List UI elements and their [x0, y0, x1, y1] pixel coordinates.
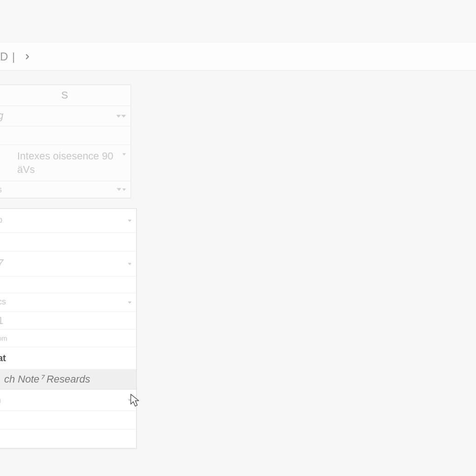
- cell-intexes-text: Intexes oisesence 90 äVs: [17, 150, 126, 176]
- row-label-10: ): [0, 394, 1, 406]
- cell-row-0[interactable]: g: [0, 106, 131, 126]
- dropdown-caret-icon[interactable]: [128, 219, 132, 222]
- cell-row-5[interactable]: cs: [0, 293, 136, 312]
- row-label-5: cs: [0, 297, 6, 307]
- cell-row-2[interactable]: s: [0, 181, 131, 198]
- chevron-right-icon: [23, 53, 32, 61]
- hover-row-research-note[interactable]: ch Note⁷ Researds: [0, 370, 136, 390]
- dropdown-caret-icon[interactable]: [122, 188, 126, 191]
- dropdown-caret-icon[interactable]: [128, 301, 132, 304]
- breadcrumb-next-button[interactable]: [21, 50, 34, 63]
- cell-row-8[interactable]: at: [0, 347, 136, 370]
- cell-row-10[interactable]: ): [0, 390, 136, 411]
- dropdown-caret-icon[interactable]: [121, 115, 126, 118]
- cell-intexes[interactable]: Intexes oisesence 90 äVs: [0, 145, 131, 181]
- cell-row-spacer-a[interactable]: [0, 233, 136, 251]
- row-label-7: om: [0, 334, 7, 342]
- row-label-8: at: [0, 353, 6, 364]
- column-header[interactable]: S: [0, 85, 131, 106]
- left-panel-overlay: p 7 cs 1 om at ch Note⁷ Researds ): [0, 208, 137, 449]
- cell-row-1[interactable]: [0, 126, 131, 145]
- row-label-2: s: [0, 185, 2, 195]
- cell-row-7[interactable]: om: [0, 330, 136, 347]
- cell-row-11[interactable]: [0, 411, 136, 430]
- dropdown-caret-icon[interactable]: [128, 263, 132, 265]
- breadcrumb-fragment: D |: [0, 50, 15, 63]
- cell-row-4[interactable]: 7: [0, 251, 136, 277]
- top-header-spacer: [0, 0, 476, 43]
- column-header-label: S: [61, 89, 68, 101]
- main-content-area: S g Intexes oisesence 90 äVs s p 7: [0, 71, 476, 476]
- row-label-0: g: [0, 110, 3, 122]
- cell-row-12[interactable]: [0, 430, 136, 448]
- row-label-4: 7: [0, 257, 3, 269]
- row-label-3: p: [0, 215, 2, 225]
- cell-row-3[interactable]: p: [0, 209, 136, 233]
- cell-row-6[interactable]: 1: [0, 312, 136, 330]
- dropdown-caret-icon[interactable]: [128, 399, 132, 401]
- dropdown-caret-icon[interactable]: [122, 153, 126, 156]
- breadcrumb-row: D |: [0, 43, 476, 71]
- left-panel-upper: S g Intexes oisesence 90 äVs s: [0, 85, 131, 198]
- cell-row-spacer-b[interactable]: [0, 277, 136, 293]
- row-label-6: 1: [0, 315, 3, 327]
- hover-row-label: ch Note⁷ Researds: [4, 373, 90, 385]
